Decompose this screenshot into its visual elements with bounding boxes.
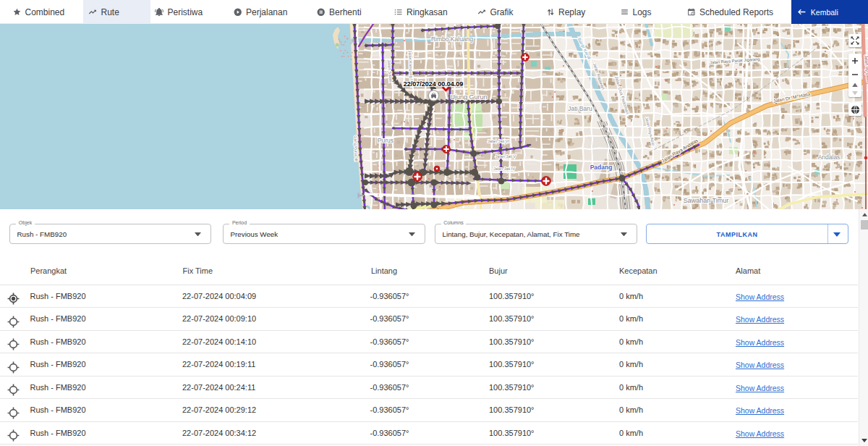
svg-text:Purus: Purus [378, 137, 393, 144]
svg-text:Andalas: Andalas [818, 153, 841, 161]
svg-text:Jati Baru: Jati Baru [568, 105, 592, 112]
svg-text:22/07/2024 00.04.09: 22/07/2024 00.04.09 [404, 80, 464, 88]
svg-text:Jalan Jati IV: Jalan Jati IV [493, 167, 515, 171]
svg-text:Jalan Jati V: Jalan Jati V [495, 154, 516, 159]
svg-text:Gang Purus III: Gang Purus III [353, 135, 358, 161]
svg-text:Sawahan Timur: Sawahan Timur [684, 197, 729, 204]
svg-text:Ujung Gurun: Ujung Gurun [450, 93, 487, 101]
svg-text:Rimbo Kaluang: Rimbo Kaluang [431, 35, 473, 43]
svg-text:Jalan Jati VI: Jalan Jati VI [488, 139, 509, 143]
svg-text:Padang: Padang [590, 164, 613, 171]
